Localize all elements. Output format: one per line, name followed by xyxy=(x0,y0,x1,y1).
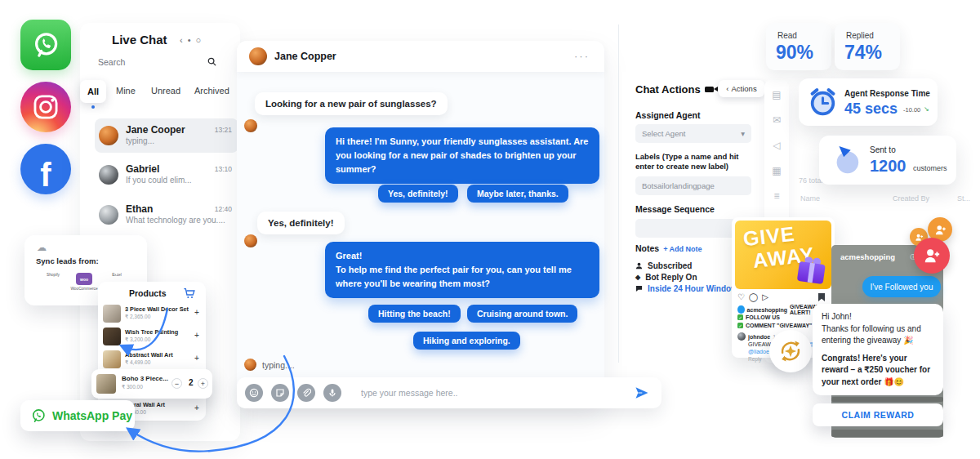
bg-table-col-created: Created By xyxy=(893,194,929,203)
add-product-button[interactable]: + xyxy=(194,308,199,317)
tab-all-label: All xyxy=(87,87,99,96)
typing-avatar xyxy=(244,359,256,371)
sync-title: Sync leads from: xyxy=(36,256,99,265)
tool-icon[interactable]: ▦ xyxy=(772,166,781,176)
quick-reply-button[interactable]: Hiking and exploring. xyxy=(413,332,520,350)
source-excel[interactable]: Excel xyxy=(100,271,133,277)
product-thumb xyxy=(103,350,121,368)
actions-button-label: Actions xyxy=(732,84,757,93)
conversation-time: 13:10 xyxy=(215,165,232,173)
labels-label: Labels (Type a name and hit enter to cre… xyxy=(635,152,758,172)
search-icon[interactable] xyxy=(207,57,216,66)
labels-input[interactable] xyxy=(635,176,751,195)
contact-name: Jane Copper xyxy=(274,51,336,62)
read-value: 90% xyxy=(776,42,813,64)
typing-indicator: typing.... xyxy=(262,360,295,370)
tool-icon[interactable]: ▤ xyxy=(772,90,781,100)
whatsapp-glyph xyxy=(29,29,62,61)
source-shopify[interactable]: Shopify xyxy=(37,271,69,277)
bg-table-col-status: St... xyxy=(957,194,970,203)
quick-reply-button[interactable]: Yes, definitely! xyxy=(378,185,458,203)
whatsapp-icon[interactable] xyxy=(20,20,71,70)
conversation-ethan[interactable]: Ethan 12:40 What technology are you.... xyxy=(95,198,238,232)
bookmark-icon[interactable] xyxy=(818,293,825,301)
attachment-icon[interactable] xyxy=(297,384,315,402)
gift-box-icon xyxy=(795,253,828,285)
instagram-icon[interactable] xyxy=(20,82,71,132)
message-input[interactable] xyxy=(361,388,606,398)
search-input[interactable] xyxy=(98,57,219,67)
assigned-agent-label: Assigned Agent xyxy=(635,110,701,120)
quick-reply-button[interactable]: Cruising around town. xyxy=(467,305,577,323)
cart-icon[interactable] xyxy=(183,287,196,300)
conversation-name: Gabriel xyxy=(126,163,159,175)
products-title: Products xyxy=(129,288,167,298)
whatsapp-pay-label: WhatsApp Pay xyxy=(52,409,132,422)
actions-button[interactable]: ‹ Actions xyxy=(719,80,764,97)
add-product-button[interactable]: + xyxy=(194,354,199,363)
conversation-name: Jane Cooper xyxy=(126,124,185,136)
conversation-gabriel[interactable]: Gabriel 13:10 If you could elim... xyxy=(95,158,238,192)
conversation-jane-cooper[interactable]: Jane Cooper 13:21 typing... xyxy=(95,118,238,153)
read-rate-card: Read 90% xyxy=(766,23,831,70)
source-woocommerce[interactable]: woo WooCommerce xyxy=(68,273,100,291)
post-action-icons[interactable]: ♡◯▷ xyxy=(737,292,773,301)
response-time-label: Agent Response Time xyxy=(844,89,930,98)
bot-avatar xyxy=(244,234,257,247)
status-bot-reply-label: Bot Reply On xyxy=(645,273,697,282)
product-price: ₹ 2,365.00 xyxy=(125,314,150,320)
more-menu-icon[interactable]: ··· xyxy=(574,50,590,62)
refresh-icon[interactable]: ○ xyxy=(196,35,207,45)
prev-icon[interactable]: ‹ xyxy=(180,35,188,45)
response-time-value: 45 secs xyxy=(844,100,898,118)
source-label: Excel xyxy=(100,273,133,277)
sent-value: 1200 xyxy=(870,157,906,176)
tool-icon[interactable]: ≡ xyxy=(773,191,779,201)
sent-label: Sent to xyxy=(870,145,896,154)
conversation-preview: If you could elim... xyxy=(126,176,192,185)
agent-select[interactable]: Select Agent ▾ xyxy=(635,124,751,143)
comment-mention-2[interactable]: @liadoe xyxy=(748,349,769,354)
green-check-icon: ✓ xyxy=(737,314,743,320)
product-name: Boho 3 Piece... xyxy=(122,375,168,382)
product-thumb xyxy=(96,374,116,394)
woocommerce-icon: woo xyxy=(76,273,92,285)
tool-icon[interactable]: ◁ xyxy=(773,140,780,150)
decrease-qty-button[interactable]: − xyxy=(172,378,182,389)
share-icon[interactable]: ▷ xyxy=(762,292,773,301)
add-product-button[interactable]: + xyxy=(194,403,199,412)
green-check-icon: ✓ xyxy=(737,323,743,328)
like-icon[interactable]: ♡ xyxy=(737,292,749,301)
reply-link[interactable]: Reply xyxy=(748,356,762,362)
product-thumb xyxy=(103,328,121,345)
sticker-icon[interactable] xyxy=(271,384,289,402)
tool-icon[interactable]: ✉ xyxy=(773,115,781,125)
tab-archived[interactable]: Archived xyxy=(194,86,229,96)
replied-value: 74% xyxy=(844,42,882,64)
tab-mine[interactable]: Mine xyxy=(116,86,136,96)
tab-unread[interactable]: Unread xyxy=(151,86,180,96)
avatar xyxy=(99,126,118,145)
whatsapp-pay-icon xyxy=(30,408,47,424)
phone-frame-bar xyxy=(831,397,943,402)
quick-reply-button[interactable]: Maybe later, thanks. xyxy=(467,185,568,203)
claim-reward-button[interactable]: CLAIM REWARD xyxy=(813,403,943,426)
tab-all[interactable]: All xyxy=(80,80,106,103)
message-sequence-label: Message Sequence xyxy=(635,204,715,214)
add-product-button[interactable]: + xyxy=(194,331,199,340)
conversation-name: Ethan xyxy=(126,203,153,215)
automation-badge-icon xyxy=(769,330,812,372)
avatar xyxy=(99,165,118,185)
comment-icon[interactable]: ◯ xyxy=(749,292,762,301)
carousel-controls[interactable]: ‹•○ xyxy=(180,35,206,45)
product-row-selected: Boho 3 Piece... ₹ 300.00 − 2 + xyxy=(91,369,212,399)
facebook-icon[interactable]: f xyxy=(20,144,71,194)
emoji-icon[interactable] xyxy=(245,384,263,402)
increase-qty-button[interactable]: + xyxy=(198,378,208,389)
user-message: Looking for a new pair of sunglasses? xyxy=(255,92,448,115)
read-label: Read xyxy=(777,31,797,40)
microphone-icon[interactable] xyxy=(323,384,341,402)
quick-reply-button[interactable]: Hitting the beach! xyxy=(368,305,461,323)
add-note-link[interactable]: + Add Note xyxy=(663,245,702,253)
send-icon[interactable] xyxy=(634,385,650,401)
